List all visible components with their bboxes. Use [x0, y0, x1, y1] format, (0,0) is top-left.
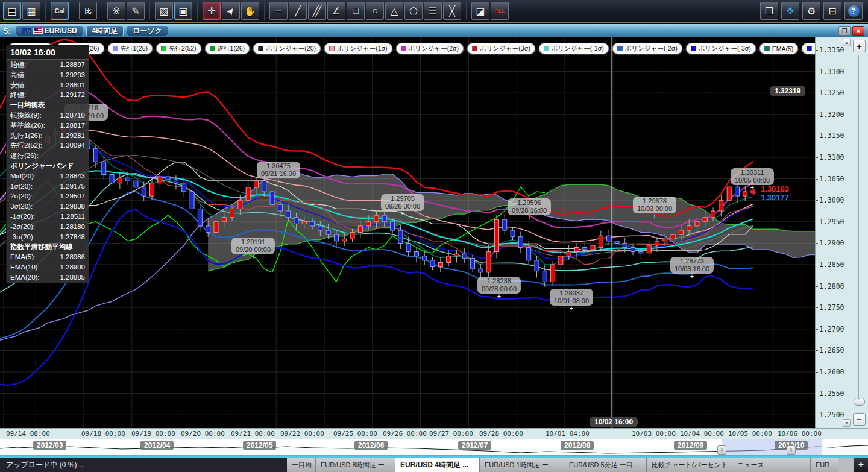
range-navigator[interactable]: 2012/032012/042012/052012/062012/072012/… [0, 439, 868, 456]
timeframe-selector-button[interactable]: 4時間足 [86, 25, 124, 36]
pentagon-tool-icon[interactable]: ⬠ [404, 2, 423, 20]
triangle-tool-icon[interactable]: △ [385, 2, 403, 20]
zoom-out-button[interactable]: − [853, 413, 866, 426]
legend-pill-ボリンジャー(-1σ)[interactable]: ボリンジャー(-1σ) [539, 43, 609, 54]
zoom-slider-handle[interactable] [854, 398, 865, 406]
legend-color-swatch [401, 46, 406, 51]
y-tick-label: 1.3050 [819, 175, 844, 183]
axis-scroll-down-icon[interactable]: ▼ [843, 419, 851, 427]
y-tick-label: 1.3250 [819, 89, 844, 97]
candlestick-plot[interactable] [0, 37, 815, 428]
panel-row: 1σ(20):1.29175 [7, 181, 89, 192]
x-tick-label: 10/01 04:00 [546, 430, 590, 438]
save-icon[interactable]: ▣ [174, 2, 192, 20]
navigator-range-handle[interactable]: ⦀ [787, 445, 796, 455]
x-tick-label: 09/25 00:00 [333, 430, 377, 438]
chart-tab[interactable]: EUR/USD 1時間足 ー... [480, 458, 564, 472]
eu-flag-icon [22, 28, 31, 34]
indicator-settings-icon[interactable]: ※ [107, 2, 125, 20]
y-tick-label: 1.3100 [819, 153, 844, 162]
swing-annotation: 1.2919109/20 00:00 [231, 238, 275, 254]
time-axis[interactable]: 09/14 08:0009/18 00:0009/19 00:0009/20 0… [0, 428, 868, 439]
zoom-in-button[interactable]: + [853, 40, 866, 52]
legend-color-swatch [329, 46, 335, 51]
legend-pill-ボリンジャー(-2σ)[interactable]: ボリンジャー(-2σ) [612, 43, 682, 54]
pair-label: EUR/USD [45, 27, 77, 35]
legend-color-swatch [691, 46, 696, 51]
restore-window-button[interactable]: ❐ [838, 26, 851, 36]
hline-tool-icon[interactable]: ─ [269, 2, 288, 20]
legend-pill-ボリンジャー(1σ)[interactable]: ボリンジャー(1σ) [324, 43, 392, 54]
hand-tool-icon[interactable]: ✋ [241, 2, 259, 20]
y-tick-label: 1.3000 [819, 196, 844, 204]
legend-pill-ボリンジャー(3σ)[interactable]: ボリンジャー(3σ) [467, 43, 535, 54]
print-icon[interactable]: ⊟ [823, 2, 841, 20]
panel-section: 一目均衡表 [7, 100, 89, 110]
upload-status: アップロード中 (0 %) ... [0, 458, 287, 472]
chart-tab[interactable]: ニュース [732, 458, 811, 472]
panel-row: 転換線(9):1.28710 [7, 110, 89, 121]
navigator-month-label: 2012/09 [674, 441, 707, 450]
crosshair-tool-icon[interactable]: ✛ [203, 2, 221, 20]
new-chart-icon[interactable]: ▦ [22, 2, 40, 20]
trendline-tool-icon[interactable]: ╱ [289, 2, 307, 20]
fan-tool-icon[interactable]: ╳ [443, 2, 461, 20]
erase-all-icon[interactable]: ALL [491, 2, 509, 20]
draw-edit-icon[interactable]: ✎ [127, 2, 145, 20]
current-ask-price: 1.30183 [761, 184, 789, 194]
chart-tab[interactable]: EUR/USD 8時間足 ー... [316, 458, 395, 472]
navigator-range-handle[interactable]: ⦀ [717, 445, 726, 455]
parallel-lines-tool-icon[interactable]: ╱╱ [308, 2, 326, 20]
chart-config-icon[interactable]: ▧ [155, 2, 173, 20]
add-chart-tab-button[interactable]: + [854, 458, 868, 472]
y-tick-mark [816, 350, 818, 351]
chart-area[interactable]: 転換線(9)基準線(26)先行1(26)先行2(52)遅行1(26)ボリンジャー… [0, 37, 868, 428]
pair-selector-button[interactable]: EUR/USD [16, 25, 83, 36]
rect-tool-icon[interactable]: □ [347, 2, 365, 20]
y-tick-mark [816, 415, 818, 415]
crosshair-horizontal-line [0, 92, 770, 92]
chart-tab[interactable]: EUR [811, 458, 838, 472]
x-tick-label: 10/03 00:00 [632, 430, 676, 438]
panel-row: 先行1(26):1.29281 [7, 131, 89, 141]
ellipse-tool-icon[interactable]: ○ [366, 2, 384, 20]
navigator-month-label: 2012/07 [458, 441, 491, 450]
chart-tab[interactable]: 比較チャート(パーセント... [647, 458, 732, 472]
legend-pill-ボリンジャー(2σ)[interactable]: ボリンジャー(2σ) [396, 43, 464, 54]
compare-icon[interactable]: 比 [79, 2, 97, 20]
legend-pill-先行1(26)[interactable]: 先行1(26) [108, 43, 153, 54]
price-axis[interactable]: ▲ ▼ 1.33501.33001.32501.32001.31501.3100… [815, 37, 851, 428]
legend-pill-ボリンジャー(20)[interactable]: ボリンジャー(20) [253, 43, 321, 54]
swing-annotation: 1.2967810/03 00:00 [633, 197, 676, 213]
cursor-tool-icon[interactable]: ➤ [222, 2, 240, 20]
close-window-button[interactable]: ✕ [852, 26, 864, 36]
eraser-icon[interactable]: ◪ [471, 2, 489, 20]
chart-tab[interactable]: EUR/USD 4時間足 ... [395, 458, 480, 472]
x-tick-label: 09/26 00:00 [383, 430, 427, 438]
fibonacci-tool-icon[interactable]: ☰ [424, 2, 442, 20]
legend-color-swatch [544, 46, 549, 51]
chart-window-titlebar: 5: EUR/USD 4時間足 ローソク ❐ ✕ [0, 24, 868, 37]
legend-pill-EMA(5)[interactable]: EMA(5) [760, 43, 799, 54]
semiline-tool-icon[interactable]: ∠ [327, 2, 345, 20]
windows-icon[interactable]: ❐ [760, 2, 778, 20]
legend-color-swatch [161, 46, 166, 51]
legend-color-swatch [764, 46, 770, 51]
navigator-month-label: 2012/08 [561, 441, 594, 450]
chart-tab[interactable]: EUR/USD 5分足 一目... [564, 458, 647, 472]
crosshair-price-badge: 1.32319 [770, 86, 805, 96]
chart-list-icon[interactable]: ▤ [3, 2, 21, 20]
zoom-track[interactable] [858, 55, 860, 405]
calendar-icon[interactable]: Cal [51, 2, 69, 20]
fullscreen-icon[interactable]: ✥ [781, 2, 799, 20]
y-tick-label: 1.2500 [819, 411, 844, 419]
help-icon[interactable]: ? [844, 2, 863, 20]
legend-pill-遅行1(26)[interactable]: 遅行1(26) [205, 43, 250, 54]
legend-pill-ボリンジャー(-3σ)[interactable]: ボリンジャー(-3σ) [686, 43, 756, 54]
y-tick-label: 1.2950 [819, 218, 844, 226]
chart-type-selector-button[interactable]: ローソク [127, 25, 168, 36]
zoom-scrollbar[interactable]: + − [851, 37, 868, 428]
settings-gear-icon[interactable]: ⚙ [802, 2, 820, 20]
legend-pill-先行2(52)[interactable]: 先行2(52) [156, 43, 201, 54]
chart-tab[interactable]: 一目均... [287, 458, 316, 472]
